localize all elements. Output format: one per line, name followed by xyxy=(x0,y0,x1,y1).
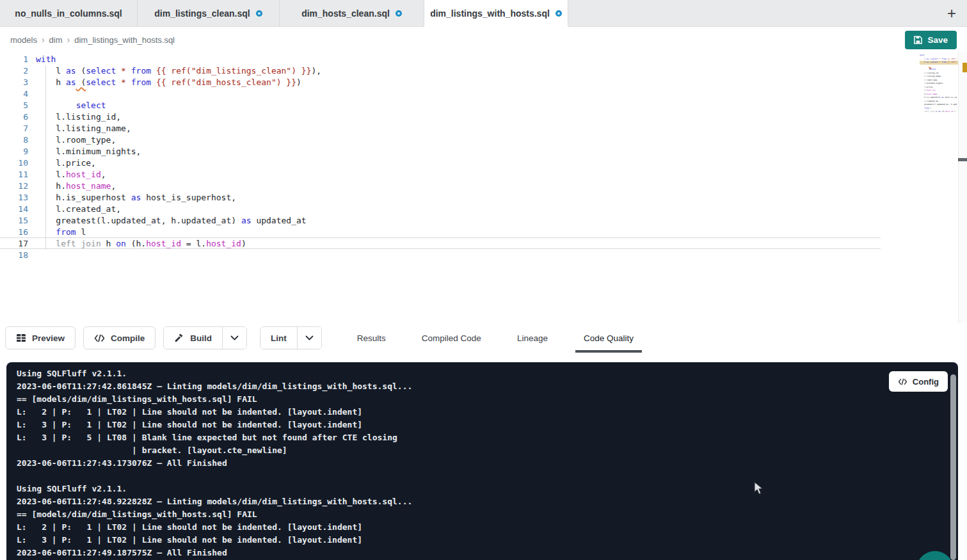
tab-label: dim_listings_clean.sql xyxy=(154,8,250,19)
tab-label: dim_listings_with_hosts.sql xyxy=(430,8,550,19)
breadcrumb-file: dim_listings_with_hosts.sql xyxy=(74,35,175,45)
panel-tab-bar: Results Compiled Code Lineage Code Quali… xyxy=(349,325,642,351)
panel-tab-code-quality[interactable]: Code Quality xyxy=(575,325,642,351)
code-line[interactable]: select xyxy=(36,100,881,111)
floppy-disk-icon xyxy=(914,36,922,44)
new-tab-button[interactable]: + xyxy=(941,3,962,24)
code-line[interactable]: l.price, xyxy=(36,157,881,169)
minimap-line: h as (select * from {{ ref("dim_hosts_cl… xyxy=(920,61,957,65)
code-editor[interactable]: 123456789101112131415161718 with l as (s… xyxy=(0,52,967,323)
terminal-line: 2023-06-06T11:27:42.861845Z — Linting mo… xyxy=(17,380,958,393)
hammer-icon xyxy=(174,333,184,343)
terminal-line: L: 3 | P: 1 | LT02 | Line should not be … xyxy=(17,534,958,547)
terminal-line: 2023-06-06T11:27:48.922828Z — Linting mo… xyxy=(17,495,958,508)
line-number: 6 xyxy=(0,111,28,123)
tab-dim-hosts-clean[interactable]: dim_hosts_clean.sql xyxy=(280,0,424,27)
line-number: 9 xyxy=(0,146,28,157)
line-number: 12 xyxy=(0,180,28,192)
build-button[interactable]: Build xyxy=(164,327,222,349)
line-number: 7 xyxy=(0,123,28,134)
terminal-line: 2023-06-06T11:27:49.187575Z — All Finish… xyxy=(17,547,958,559)
code-area[interactable]: with l as (select * from {{ ref("dim_lis… xyxy=(36,54,881,260)
code-line[interactable]: l.host_id, xyxy=(36,169,881,180)
terminal-line: == [models/dim/dim_listings_with_hosts.s… xyxy=(17,508,958,521)
lint-label: Lint xyxy=(271,333,287,343)
mouse-cursor xyxy=(753,481,766,498)
file-tab-bar: no_nulls_in_columns.sql dim_listings_cle… xyxy=(0,0,967,27)
line-number: 14 xyxy=(0,204,28,215)
code-line[interactable]: h as (select * from {{ ref("dim_hosts_cl… xyxy=(36,77,881,88)
terminal-line: L: 2 | P: 1 | LT02 | Line should not be … xyxy=(17,406,958,419)
line-number: 5 xyxy=(0,100,28,111)
lint-button[interactable]: Lint xyxy=(260,327,297,349)
preview-button[interactable]: Preview xyxy=(5,326,76,349)
terminal-line: Using SQLFluff v2.1.1. xyxy=(17,367,958,380)
code-line[interactable]: l.created_at, xyxy=(36,204,881,215)
panel-tab-lineage[interactable]: Lineage xyxy=(509,325,556,351)
line-number: 10 xyxy=(0,157,28,169)
build-split-button: Build xyxy=(163,326,247,349)
unsaved-changes-dot-icon xyxy=(396,10,402,17)
code-line[interactable]: left join h on (h.host_id = l.host_id) xyxy=(36,237,881,249)
terminal-line: | bracket. [layout.cte_newline] xyxy=(17,444,958,457)
terminal-line xyxy=(17,470,958,483)
tab-label: dim_hosts_clean.sql xyxy=(301,8,390,19)
line-number: 18 xyxy=(0,250,28,261)
preview-label: Preview xyxy=(32,333,65,343)
code-line[interactable]: l.listing_id, xyxy=(36,111,881,123)
compile-label: Compile xyxy=(111,333,145,343)
lint-output-terminal[interactable]: Using SQLFluff v2.1.1.2023-06-06T11:27:4… xyxy=(6,362,958,560)
config-button[interactable]: Config xyxy=(889,371,948,392)
compile-button[interactable]: Compile xyxy=(83,326,156,349)
line-number: 2 xyxy=(0,65,28,77)
breadcrumb-bar: models › dim › dim_listings_with_hosts.s… xyxy=(0,27,967,52)
panel-tab-compiled-code[interactable]: Compiled Code xyxy=(413,325,490,351)
breadcrumb-models[interactable]: models xyxy=(10,35,37,45)
code-line[interactable]: with xyxy=(36,54,881,65)
build-dropdown-chevron[interactable] xyxy=(222,327,246,349)
terminal-line: L: 3 | P: 5 | LT08 | Blank line expected… xyxy=(17,431,958,444)
panel-tab-results[interactable]: Results xyxy=(349,325,394,351)
tab-no-nulls-in-columns[interactable]: no_nulls_in_columns.sql xyxy=(0,0,138,27)
lint-dropdown-chevron[interactable] xyxy=(297,327,321,349)
minimap-line xyxy=(920,114,957,118)
chevron-right-icon: › xyxy=(67,35,70,45)
code-brackets-icon xyxy=(898,378,907,385)
build-label: Build xyxy=(190,333,212,343)
minimap-line: left join h on (h.host_id = l.host_id) xyxy=(920,110,957,114)
line-number: 15 xyxy=(0,215,28,227)
code-line[interactable]: h.host_name, xyxy=(36,180,881,192)
line-number: 8 xyxy=(0,134,28,146)
config-label: Config xyxy=(913,377,939,387)
tab-dim-listings-clean[interactable]: dim_listings_clean.sql xyxy=(138,0,280,27)
dbt-cloud-ide: { "colors": { "accent_teal": "#15817b", … xyxy=(0,0,967,560)
code-line[interactable]: greatest(l.updated_at, h.updated_at) as … xyxy=(36,215,881,227)
terminal-line: L: 2 | P: 1 | LT02 | Line should not be … xyxy=(17,521,958,534)
code-line[interactable]: l.room_type, xyxy=(36,134,881,146)
code-line[interactable]: l.minimum_nights, xyxy=(36,146,881,157)
line-number: 1 xyxy=(0,54,28,65)
line-number: 4 xyxy=(0,88,28,100)
terminal-scrollbar[interactable] xyxy=(950,374,956,560)
code-line[interactable]: from l xyxy=(36,227,881,238)
minimap[interactable]: with l as (select * from {{ ref("dim_lis… xyxy=(920,54,957,131)
line-number: 11 xyxy=(0,169,28,180)
terminal-line: L: 3 | P: 1 | LT02 | Line should not be … xyxy=(17,419,958,431)
code-brackets-icon xyxy=(94,334,105,342)
tab-label: no_nulls_in_columns.sql xyxy=(15,8,122,19)
save-button[interactable]: Save xyxy=(905,31,957,49)
line-number-gutter: 123456789101112131415161718 xyxy=(0,54,28,261)
overview-ruler[interactable] xyxy=(958,52,967,323)
code-line[interactable]: l.listing_name, xyxy=(36,123,881,134)
code-line[interactable] xyxy=(36,88,881,100)
ruler-warning-marker xyxy=(963,63,967,72)
breadcrumb-dim[interactable]: dim xyxy=(49,35,63,45)
tab-dim-listings-with-hosts[interactable]: dim_listings_with_hosts.sql xyxy=(424,0,568,27)
code-line[interactable]: h.is_superhost as host_is_superhost, xyxy=(36,192,881,204)
line-number: 16 xyxy=(0,227,28,238)
table-grid-icon xyxy=(16,333,26,343)
code-line[interactable] xyxy=(36,248,881,260)
code-line[interactable]: l as (select * from {{ ref("dim_listings… xyxy=(36,65,881,77)
line-number: 3 xyxy=(0,77,28,88)
ruler-cursor-marker xyxy=(958,158,967,161)
